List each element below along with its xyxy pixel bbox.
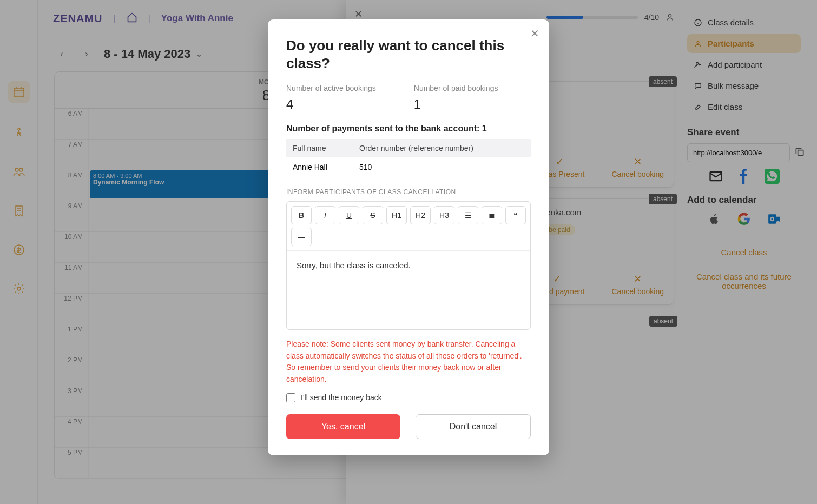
paid-bookings-label: Number of paid bookings	[414, 84, 498, 92]
active-bookings-label: Number of active bookings	[286, 84, 376, 92]
table-row: Annie Hall 510	[286, 157, 531, 177]
inform-label: INFORM PARTICIPANTS OF CLASS CANCELLATIO…	[286, 188, 531, 196]
ordered-list-button[interactable]: ≣	[482, 206, 502, 224]
active-bookings-value: 4	[286, 97, 376, 112]
strike-button[interactable]: S	[363, 206, 383, 224]
h3-button[interactable]: H3	[434, 206, 454, 224]
modal-close-icon[interactable]: ✕	[530, 27, 539, 40]
paid-bookings-value: 1	[414, 97, 498, 112]
yes-cancel-button[interactable]: Yes, cancel	[286, 414, 400, 439]
hr-button[interactable]: —	[291, 228, 312, 246]
dont-cancel-button[interactable]: Don't cancel	[416, 414, 531, 439]
warning-text: Please note: Some clients sent money by …	[286, 339, 531, 386]
bold-button[interactable]: B	[291, 206, 312, 224]
modal-title: Do you really want to cancel this class?	[286, 37, 531, 72]
italic-button[interactable]: I	[315, 206, 335, 224]
payments-heading: Number of payments sent to the bank acco…	[286, 124, 531, 134]
underline-button[interactable]: U	[339, 206, 359, 224]
refund-checkbox[interactable]	[286, 393, 295, 402]
quote-button[interactable]: ❝	[505, 206, 526, 224]
h1-button[interactable]: H1	[386, 206, 407, 224]
refund-checkbox-label[interactable]: I'll send the money back	[286, 393, 531, 402]
cancel-class-modal: ✕ Do you really want to cancel this clas…	[268, 19, 549, 455]
message-body[interactable]: Sorry, but the class is canceled.	[287, 251, 530, 329]
h2-button[interactable]: H2	[410, 206, 431, 224]
message-editor: B I U S H1 H2 H3 ☰ ≣ ❝ — Sorry, but the …	[286, 201, 531, 330]
payments-table: Full name Order number (reference number…	[286, 139, 531, 177]
bullet-list-button[interactable]: ☰	[458, 206, 478, 224]
